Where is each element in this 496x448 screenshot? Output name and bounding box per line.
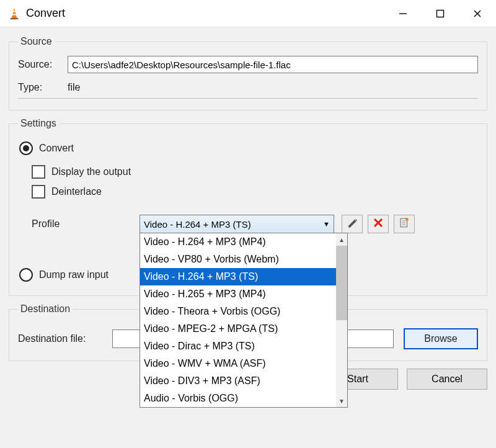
- maximize-button[interactable]: [422, 0, 459, 27]
- window-title: Convert: [26, 7, 65, 20]
- scroll-thumb[interactable]: [336, 246, 347, 320]
- settings-group: Settings Convert Display the output Dein…: [9, 118, 487, 296]
- profile-option[interactable]: Video - Dirac + MP3 (TS): [140, 338, 336, 355]
- profile-label: Profile: [32, 218, 140, 230]
- dialog-content: Source Source: Type: file Settings Conve…: [0, 27, 496, 448]
- svg-rect-3: [11, 18, 19, 19]
- profile-option[interactable]: Audio - Vorbis (OGG): [140, 390, 336, 407]
- edit-profile-button[interactable]: [342, 215, 363, 233]
- vlc-cone-icon: [7, 7, 21, 20]
- cancel-button-label: Cancel: [432, 374, 463, 385]
- chevron-down-icon: ▼: [323, 220, 330, 228]
- convert-label: Convert: [39, 143, 74, 154]
- profile-option[interactable]: Video - VP80 + Vorbis (Webm): [140, 251, 336, 268]
- source-input[interactable]: [68, 56, 478, 73]
- minimize-button[interactable]: [384, 0, 422, 27]
- new-profile-button[interactable]: [394, 215, 415, 233]
- profile-dropdown-list: Video - H.264 + MP3 (MP4)Video - VP80 + …: [140, 233, 348, 408]
- profile-selected-value: Video - H.264 + MP3 (TS): [144, 219, 251, 230]
- deinterlace-checkbox-row[interactable]: Deinterlace: [32, 185, 478, 199]
- titlebar: Convert: [0, 0, 496, 27]
- source-legend: Source: [18, 36, 55, 47]
- destination-file-label: Destination file:: [18, 333, 112, 344]
- profile-dropdown[interactable]: Video - H.264 + MP3 (TS) ▼: [140, 215, 334, 233]
- start-button-label: Start: [347, 374, 368, 385]
- source-label: Source:: [18, 59, 68, 70]
- svg-rect-1: [13, 11, 16, 12]
- type-label: Type:: [18, 82, 68, 93]
- scroll-up-icon[interactable]: ▲: [336, 233, 347, 246]
- browse-button-label: Browse: [424, 333, 457, 344]
- window-controls: [384, 0, 496, 27]
- scroll-down-icon[interactable]: ▼: [336, 395, 347, 407]
- radio-unselected-icon: [19, 268, 33, 282]
- settings-legend: Settings: [18, 118, 59, 129]
- svg-rect-5: [437, 10, 444, 17]
- profile-option[interactable]: Video - H.265 + MP3 (MP4): [140, 285, 336, 303]
- profile-option[interactable]: Video - DIV3 + MP3 (ASF): [140, 372, 336, 390]
- delete-profile-button[interactable]: [368, 215, 389, 233]
- profile-option[interactable]: Video - MPEG-2 + MPGA (TS): [140, 320, 336, 338]
- profile-option[interactable]: Video - WMV + WMA (ASF): [140, 355, 336, 372]
- close-button[interactable]: [459, 0, 496, 27]
- display-output-label: Display the output: [51, 166, 131, 177]
- dropdown-scrollbar[interactable]: ▲ ▼: [336, 233, 347, 407]
- destination-legend: Destination: [18, 303, 73, 315]
- type-value: file: [68, 82, 80, 93]
- new-document-icon: [399, 217, 410, 231]
- cancel-button[interactable]: Cancel: [407, 369, 487, 390]
- dump-raw-label: Dump raw input: [39, 269, 108, 280]
- svg-marker-0: [11, 7, 17, 18]
- source-group: Source Source: Type: file: [9, 36, 487, 110]
- profile-option[interactable]: Video - H.264 + MP3 (MP4): [140, 233, 336, 251]
- delete-x-icon: [373, 218, 383, 230]
- deinterlace-label: Deinterlace: [51, 186, 102, 197]
- profile-option[interactable]: Video - Theora + Vorbis (OGG): [140, 303, 336, 320]
- svg-rect-2: [12, 14, 16, 15]
- radio-selected-icon: [19, 141, 33, 155]
- browse-button[interactable]: Browse: [404, 328, 478, 349]
- checkbox-unchecked-icon: [32, 185, 45, 199]
- display-output-checkbox-row[interactable]: Display the output: [32, 165, 478, 179]
- profile-option[interactable]: Video - H.264 + MP3 (TS): [140, 268, 336, 285]
- svg-point-14: [405, 218, 409, 221]
- convert-radio-row[interactable]: Convert: [19, 141, 478, 155]
- checkbox-unchecked-icon: [32, 165, 45, 179]
- wrench-icon: [347, 217, 358, 231]
